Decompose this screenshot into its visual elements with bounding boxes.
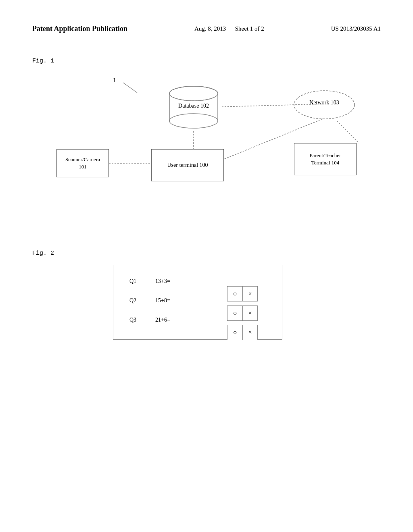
quiz-row-q1: Q1 13+3= ○ × <box>129 277 266 285</box>
fig1-diagram: 1 Database 102 Network 103 <box>32 73 381 226</box>
q1-equation: 13+3= <box>155 278 170 285</box>
parent-teacher-box: Parent/TeacherTerminal 104 <box>294 143 357 175</box>
system-number: 1 <box>113 77 116 84</box>
publication-sheet: Sheet 1 of 2 <box>235 25 264 32</box>
page-header: Patent Application Publication Aug. 8, 2… <box>32 24 381 33</box>
patent-number: US 2013/203035 A1 <box>331 24 381 33</box>
q3-buttons: ○ × <box>227 325 258 340</box>
q3-label: Q3 <box>129 317 146 323</box>
database-label: Database 102 <box>165 103 222 109</box>
page: Patent Application Publication Aug. 8, 2… <box>0 0 413 532</box>
fig2-section: Fig. 2 Q1 13+3= ○ × Q2 15+8= ○ × <box>32 250 381 340</box>
svg-line-5 <box>123 83 137 93</box>
parent-teacher-label: Parent/TeacherTerminal 104 <box>310 152 341 166</box>
q3-equation: 21+6= <box>155 317 170 323</box>
scanner-box: Scanner/Camera101 <box>56 149 109 177</box>
svg-point-11 <box>169 114 218 128</box>
fig1-label: Fig. 1 <box>32 58 381 64</box>
scanner-label: Scanner/Camera101 <box>65 156 100 170</box>
q3-correct-button[interactable]: ○ <box>227 325 242 340</box>
fig2-label: Fig. 2 <box>32 250 381 257</box>
publication-date: Aug. 8, 2013 <box>194 25 226 32</box>
svg-line-3 <box>337 121 359 143</box>
quiz-row-q3: Q3 21+6= ○ × <box>129 316 266 323</box>
user-terminal-label: User terminal 100 <box>167 162 208 168</box>
publication-title: Patent Application Publication <box>32 24 127 33</box>
q2-label: Q2 <box>129 297 146 304</box>
quiz-box: Q1 13+3= ○ × Q2 15+8= ○ × Q3 21+6= <box>113 265 282 340</box>
quiz-row-q2: Q2 15+8= ○ × <box>129 297 266 304</box>
network-label: Network 103 <box>292 100 357 106</box>
q3-wrong-button[interactable]: × <box>242 325 258 340</box>
user-terminal-box: User terminal 100 <box>151 149 224 181</box>
q2-equation: 15+8= <box>155 297 170 304</box>
q1-label: Q1 <box>129 278 146 285</box>
publication-meta: Aug. 8, 2013 Sheet 1 of 2 <box>194 24 264 33</box>
